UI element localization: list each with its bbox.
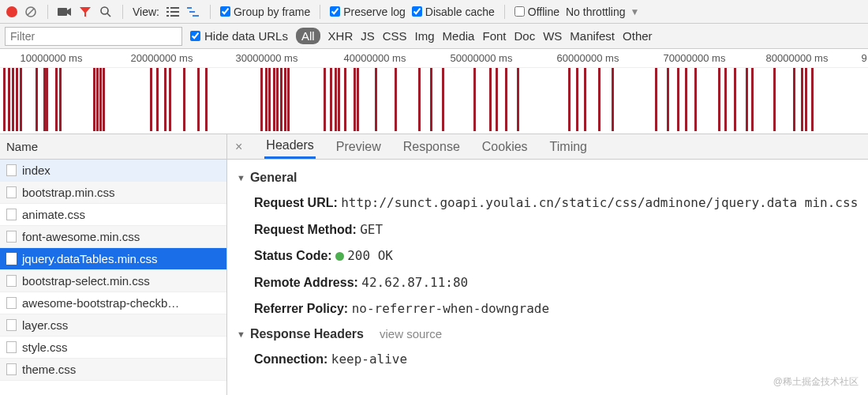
timeline-overview[interactable]: 10000000 ms20000000 ms30000000 ms4000000… <box>0 49 868 134</box>
list-view-icon[interactable] <box>166 5 180 19</box>
kv-request-method: Request Method: GET <box>237 216 859 243</box>
filter-type-ws[interactable]: WS <box>543 29 562 43</box>
tab-timing[interactable]: Timing <box>548 136 589 158</box>
request-details-panel: × Headers Preview Response Cookies Timin… <box>227 134 868 395</box>
timeline-bar <box>489 68 492 131</box>
request-row[interactable]: jquery.dataTables.min.css <box>0 248 226 270</box>
connection-label: Connection: <box>254 352 327 366</box>
requests-list: indexbootstrap.min.cssanimate.cssfont-aw… <box>0 160 226 395</box>
timeline-bar <box>8 68 10 131</box>
record-button[interactable] <box>6 6 17 17</box>
kv-request-url: Request URL: http://sunct.goapi.youlai.c… <box>237 190 859 216</box>
timeline-bar <box>375 68 377 131</box>
filter-type-media[interactable]: Media <box>443 29 475 43</box>
waterfall-view-icon[interactable] <box>186 5 200 19</box>
offline-checkbox[interactable]: Offline <box>514 6 559 18</box>
svg-rect-11 <box>187 7 192 9</box>
svg-rect-7 <box>166 15 169 17</box>
timeline-bar <box>280 68 282 131</box>
preserve-log-checkbox[interactable]: Preserve log <box>330 6 406 18</box>
request-row[interactable]: bootstrap-select.min.css <box>0 270 226 292</box>
disable-cache-label: Disable cache <box>425 6 495 18</box>
tab-preview[interactable]: Preview <box>335 136 383 158</box>
filter-type-manifest[interactable]: Manifest <box>570 29 615 43</box>
timeline-bar <box>473 68 476 131</box>
filter-type-css[interactable]: CSS <box>383 29 407 43</box>
timeline-bar <box>265 68 268 131</box>
timeline-tick: 80000000 ms <box>766 52 829 64</box>
request-row[interactable]: animate.css <box>0 204 226 226</box>
request-row[interactable]: index <box>0 160 226 182</box>
timeline-bar <box>335 68 337 131</box>
view-source-link[interactable]: view source <box>380 327 442 340</box>
timeline-bar <box>284 68 286 131</box>
timeline-bar <box>418 68 421 131</box>
close-icon[interactable]: × <box>232 140 245 154</box>
timeline-bar <box>724 68 727 131</box>
request-name: bootstrap.min.css <box>22 186 115 199</box>
status-code-label: Status Code: <box>254 249 332 262</box>
tab-response[interactable]: Response <box>402 136 462 158</box>
separator <box>47 5 48 19</box>
timeline-bar <box>734 68 736 131</box>
separator <box>504 5 505 19</box>
request-name: layer.css <box>22 318 68 332</box>
referrer-policy-value: no-referrer-when-downgrade <box>352 301 549 316</box>
request-row[interactable]: font-awesome.min.css <box>0 226 226 248</box>
hide-data-urls-checkbox[interactable]: Hide data URLs <box>190 29 288 43</box>
file-icon <box>6 209 17 220</box>
timeline-bar <box>150 68 152 131</box>
details-tabs: × Headers Preview Response Cookies Timin… <box>227 134 868 160</box>
filter-type-all[interactable]: All <box>296 28 320 44</box>
filter-type-other[interactable]: Other <box>623 29 653 43</box>
request-row[interactable]: layer.css <box>0 314 226 337</box>
file-icon <box>6 275 17 287</box>
file-icon <box>6 297 17 309</box>
status-dot-icon <box>335 252 344 261</box>
request-row[interactable]: awesome-bootstrap-checkb… <box>0 292 226 314</box>
filter-type-xhr[interactable]: XHR <box>328 29 354 43</box>
filter-type-img[interactable]: Img <box>415 29 435 43</box>
timeline-bar <box>685 68 687 131</box>
filter-type-font[interactable]: Font <box>482 29 506 43</box>
referrer-policy-label: Referrer Policy: <box>254 302 348 315</box>
file-icon <box>6 231 17 243</box>
timeline-bar <box>169 68 171 131</box>
request-name: font-awesome.min.css <box>22 230 140 243</box>
group-by-frame-checkbox[interactable]: Group by frame <box>220 6 310 18</box>
request-row[interactable]: bootstrap.min.css <box>0 182 226 204</box>
camera-icon[interactable] <box>58 5 72 19</box>
filter-type-doc[interactable]: Doc <box>514 29 535 43</box>
tab-headers[interactable]: Headers <box>264 134 315 159</box>
filter-input[interactable] <box>5 27 182 46</box>
section-response-headers[interactable]: ▼Response Headersview source <box>237 322 859 346</box>
file-icon <box>6 319 17 331</box>
timeline-tick: 50000000 ms <box>451 52 513 64</box>
search-icon[interactable] <box>99 5 113 19</box>
timeline-bar <box>260 68 263 131</box>
filter-type-js[interactable]: JS <box>361 29 375 43</box>
section-general[interactable]: ▼General <box>237 166 859 190</box>
clear-icon[interactable] <box>24 5 38 19</box>
group-by-frame-label: Group by frame <box>234 6 310 18</box>
tab-cookies[interactable]: Cookies <box>481 136 529 158</box>
disable-cache-checkbox[interactable]: Disable cache <box>412 6 495 18</box>
hide-data-urls-label: Hide data URLs <box>204 29 288 43</box>
remote-address-label: Remote Address: <box>254 276 358 289</box>
preserve-log-label: Preserve log <box>343 6 406 18</box>
timeline-bar <box>655 68 657 131</box>
request-row[interactable]: theme.css <box>0 359 226 381</box>
timeline-bar <box>273 68 275 131</box>
timeline-bar <box>442 68 444 131</box>
request-row[interactable]: style.css <box>0 337 226 359</box>
timeline-bar <box>99 68 102 131</box>
filter-row: Hide data URLs All XHR JS CSS Img Media … <box>0 24 868 49</box>
name-column-header[interactable]: Name <box>0 134 226 160</box>
timeline-bar <box>598 68 600 131</box>
timeline-bar <box>667 68 669 131</box>
throttling-select[interactable]: No throttling▼ <box>566 6 639 18</box>
kv-referrer-policy: Referrer Policy: no-referrer-when-downgr… <box>237 295 859 322</box>
headers-panel: ▼General Request URL: http://sunct.goapi… <box>227 160 868 395</box>
filter-icon[interactable] <box>78 5 92 19</box>
svg-rect-8 <box>170 7 179 9</box>
